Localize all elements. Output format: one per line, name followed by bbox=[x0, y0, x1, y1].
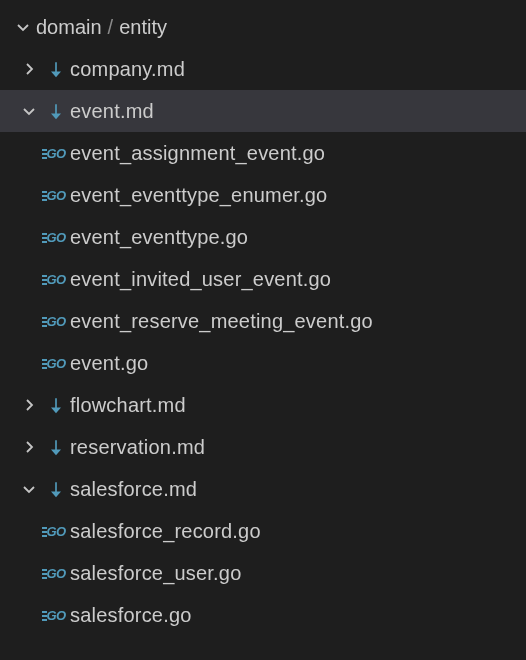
file-label: reservation.md bbox=[70, 436, 205, 459]
chevron-right-icon[interactable] bbox=[16, 439, 42, 455]
go-file-icon: GO bbox=[42, 356, 70, 371]
file-label: event.md bbox=[70, 100, 154, 123]
tree-root-label: domain / entity bbox=[36, 16, 167, 39]
go-file-icon: GO bbox=[42, 230, 70, 245]
tree-item-go[interactable]: GO salesforce_user.go bbox=[0, 552, 526, 594]
tree-item-md[interactable]: flowchart.md bbox=[0, 384, 526, 426]
tree-item-md[interactable]: salesforce.md bbox=[0, 468, 526, 510]
file-label: event_eventtype.go bbox=[70, 226, 248, 249]
markdown-icon bbox=[42, 437, 70, 457]
chevron-down-icon[interactable] bbox=[16, 481, 42, 497]
go-file-icon: GO bbox=[42, 272, 70, 287]
tree-item-go[interactable]: GO salesforce.go bbox=[0, 594, 526, 636]
file-label: event_reserve_meeting_event.go bbox=[70, 310, 373, 333]
file-label: company.md bbox=[70, 58, 185, 81]
file-label: salesforce_record.go bbox=[70, 520, 261, 543]
go-file-icon: GO bbox=[42, 146, 70, 161]
chevron-right-icon[interactable] bbox=[16, 397, 42, 413]
file-label: event_eventtype_enumer.go bbox=[70, 184, 327, 207]
chevron-down-icon[interactable] bbox=[10, 19, 36, 35]
go-file-icon: GO bbox=[42, 608, 70, 623]
go-file-icon: GO bbox=[42, 524, 70, 539]
file-label: event_invited_user_event.go bbox=[70, 268, 331, 291]
markdown-icon bbox=[42, 101, 70, 121]
tree-item-go[interactable]: GO event_assignment_event.go bbox=[0, 132, 526, 174]
tree-item-go[interactable]: GO event_eventtype.go bbox=[0, 216, 526, 258]
markdown-icon bbox=[42, 59, 70, 79]
file-label: salesforce.md bbox=[70, 478, 197, 501]
tree-item-md[interactable]: company.md bbox=[0, 48, 526, 90]
file-label: event.go bbox=[70, 352, 148, 375]
root-segment-2: entity bbox=[119, 16, 167, 39]
path-separator: / bbox=[102, 16, 120, 39]
tree-item-md[interactable]: event.md bbox=[0, 90, 526, 132]
file-label: flowchart.md bbox=[70, 394, 186, 417]
tree-item-md[interactable]: reservation.md bbox=[0, 426, 526, 468]
chevron-down-icon[interactable] bbox=[16, 103, 42, 119]
markdown-icon bbox=[42, 479, 70, 499]
markdown-icon bbox=[42, 395, 70, 415]
file-label: salesforce.go bbox=[70, 604, 192, 627]
chevron-right-icon[interactable] bbox=[16, 61, 42, 77]
tree-item-go[interactable]: GO event_reserve_meeting_event.go bbox=[0, 300, 526, 342]
tree-item-go[interactable]: GO event_invited_user_event.go bbox=[0, 258, 526, 300]
go-file-icon: GO bbox=[42, 188, 70, 203]
file-label: salesforce_user.go bbox=[70, 562, 241, 585]
go-file-icon: GO bbox=[42, 566, 70, 581]
tree-root-row[interactable]: domain / entity bbox=[0, 6, 526, 48]
file-tree: domain / entity company.md event.md GO e… bbox=[0, 0, 526, 636]
root-segment-1: domain bbox=[36, 16, 102, 39]
go-file-icon: GO bbox=[42, 314, 70, 329]
file-label: event_assignment_event.go bbox=[70, 142, 325, 165]
tree-item-go[interactable]: GO event_eventtype_enumer.go bbox=[0, 174, 526, 216]
tree-item-go[interactable]: GO salesforce_record.go bbox=[0, 510, 526, 552]
tree-item-go[interactable]: GO event.go bbox=[0, 342, 526, 384]
